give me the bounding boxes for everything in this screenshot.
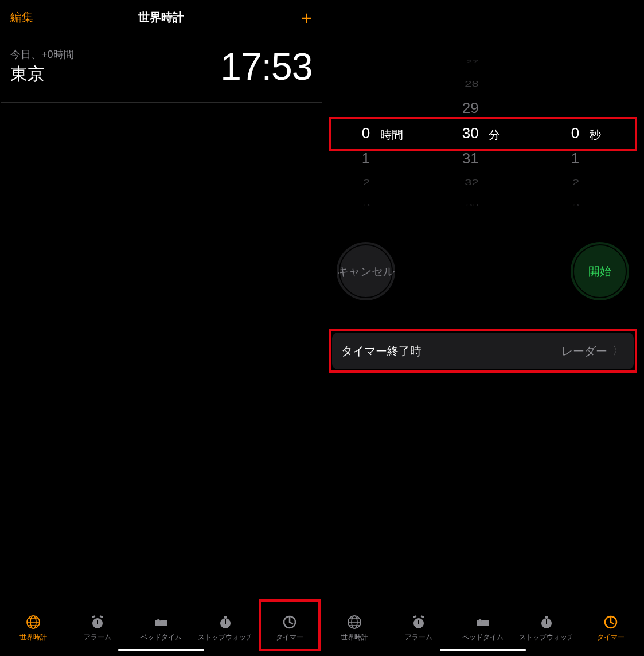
tab-worldclock[interactable]: 世界時計	[1, 598, 65, 655]
picker-hours-selected: 0	[362, 126, 370, 140]
svg-point-22	[478, 619, 482, 623]
time-label: 17:53	[220, 45, 312, 88]
globe-icon	[25, 614, 41, 630]
timer-icon	[603, 614, 619, 630]
minutes-unit-label: 分	[489, 127, 500, 143]
stopwatch-icon	[538, 614, 555, 630]
page-title: 世界時計	[1, 10, 322, 25]
chevron-right-icon: 〉	[612, 342, 625, 360]
picker-seconds[interactable]: 0 1 2 3 秒	[533, 47, 634, 219]
svg-rect-11	[224, 616, 227, 618]
tab-bedtime[interactable]: ベッドタイム	[129, 598, 193, 655]
svg-rect-26	[546, 619, 547, 624]
svg-point-8	[157, 619, 160, 623]
tab-timer[interactable]: タイマー	[257, 598, 322, 655]
start-button-label: 開始	[588, 264, 611, 279]
svg-rect-6	[155, 622, 167, 626]
start-button[interactable]: 開始	[571, 242, 629, 300]
svg-rect-25	[545, 616, 548, 618]
timer-end-value: レーダー	[561, 343, 607, 359]
relative-time-label: 今日、+0時間	[10, 48, 74, 61]
cancel-button[interactable]: キャンセル	[337, 242, 395, 300]
svg-rect-12	[225, 619, 226, 624]
tab-label: タイマー	[276, 632, 303, 642]
seconds-unit-label: 秒	[590, 127, 601, 143]
tab-stopwatch[interactable]: ストップウォッチ	[515, 598, 579, 655]
tab-label: タイマー	[597, 632, 625, 642]
tab-label: ストップウォッチ	[519, 632, 574, 642]
annotation-highlight: タイマー終了時 レーダー 〉	[329, 329, 638, 373]
edit-button[interactable]: 編集	[10, 10, 33, 25]
svg-rect-7	[155, 620, 157, 626]
world-clock-screen: 編集 世界時計 + 今日、+0時間 東京 17:53 世界時計 アラーム ベッド	[1, 1, 322, 655]
svg-rect-18	[421, 615, 425, 618]
tab-bar: 世界時計 アラーム ベッドタイム ストップウォッチ タイマー	[1, 598, 322, 655]
timer-icon	[282, 614, 298, 630]
bed-icon	[153, 614, 169, 630]
tab-alarm[interactable]: アラーム	[65, 598, 130, 655]
alarm-icon	[411, 614, 427, 630]
tab-bar: 世界時計 アラーム ベッドタイム ストップウォッチ タイマー	[323, 598, 643, 655]
home-indicator[interactable]	[440, 649, 526, 651]
svg-rect-21	[477, 620, 478, 626]
picker-minutes-selected: 30	[462, 126, 479, 140]
tab-label: 世界時計	[19, 632, 47, 642]
tab-label: 世界時計	[341, 632, 368, 642]
bed-icon	[475, 614, 491, 630]
svg-rect-4	[99, 615, 103, 618]
world-clock-row[interactable]: 今日、+0時間 東京 17:53	[1, 34, 322, 103]
picker-minutes[interactable]: 27 28 29 30 31 32 33 分	[432, 47, 533, 219]
tab-worldclock[interactable]: 世界時計	[323, 598, 387, 655]
tab-alarm[interactable]: アラーム	[387, 598, 451, 655]
city-label: 東京	[10, 63, 74, 86]
navbar: 編集 世界時計 +	[1, 1, 322, 34]
svg-rect-19	[418, 620, 419, 624]
globe-icon	[346, 614, 362, 630]
svg-rect-23	[482, 620, 489, 623]
tab-label: ベッドタイム	[140, 632, 182, 642]
home-indicator[interactable]	[118, 649, 204, 651]
hours-unit-label: 時間	[380, 127, 403, 143]
timer-screen: 0 1 2 3 時間 27 28 29 30 31 32 33 分	[322, 1, 643, 655]
add-button[interactable]: +	[301, 8, 313, 28]
cancel-button-label: キャンセル	[337, 264, 395, 279]
svg-rect-17	[413, 615, 417, 618]
svg-rect-3	[91, 615, 95, 618]
timer-end-label: タイマー終了時	[341, 343, 421, 359]
tab-timer[interactable]: タイマー	[579, 598, 643, 655]
svg-rect-9	[160, 620, 167, 623]
tab-label: ストップウォッチ	[198, 632, 253, 642]
timer-end-sound-row[interactable]: タイマー終了時 レーダー 〉	[332, 333, 634, 369]
alarm-icon	[89, 614, 106, 630]
svg-rect-5	[97, 620, 98, 624]
tab-bedtime[interactable]: ベッドタイム	[451, 598, 515, 655]
duration-picker[interactable]: 0 1 2 3 時間 27 28 29 30 31 32 33 分	[332, 47, 634, 219]
tab-stopwatch[interactable]: ストップウォッチ	[193, 598, 257, 655]
tab-label: アラーム	[405, 632, 432, 642]
stopwatch-icon	[217, 614, 233, 630]
tab-label: アラーム	[84, 632, 111, 642]
picker-hours[interactable]: 0 1 2 3 時間	[332, 47, 433, 219]
tab-label: ベッドタイム	[462, 632, 504, 642]
svg-rect-20	[477, 622, 489, 626]
picker-seconds-selected: 0	[571, 126, 579, 140]
